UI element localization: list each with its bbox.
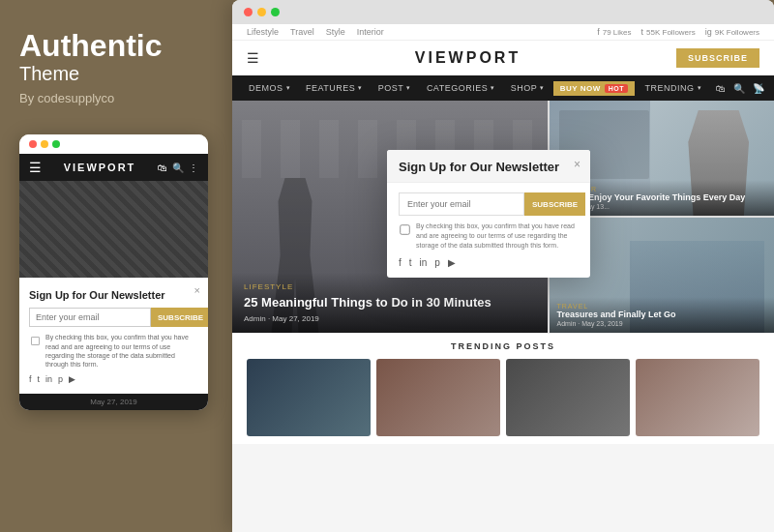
nav-item-post[interactable]: POST ▾ [372, 75, 418, 101]
featured-main-meta: Admin · May 27, 2019 [244, 314, 536, 323]
trending-grid [247, 359, 759, 436]
site-topbar: Lifestyle Travel Style Interior f 79 Lik… [232, 24, 774, 41]
mobile-facebook-icon[interactable]: f [29, 374, 32, 384]
mobile-dot-yellow [41, 140, 48, 148]
featured-bottom-right-category: Travel [557, 303, 767, 310]
mobile-subscribe-button[interactable]: SUBSCRIBE [151, 308, 208, 327]
mobile-social-links: f t in p ▶ [29, 374, 198, 384]
desktop-subscribe-button[interactable]: SUBSCRIBE [676, 48, 759, 68]
popup-body: SUBSCRIBE By checking this box, you conf… [387, 183, 590, 278]
topbar-link-travel[interactable]: Travel [290, 27, 314, 37]
instagram-count: ig 9K Followers [705, 27, 759, 37]
features-chevron-icon: ▾ [358, 84, 363, 92]
mobile-bottom-bar: May 27, 2019 [19, 394, 208, 410]
trending-item-1[interactable] [247, 359, 371, 436]
popup-terms-checkbox[interactable] [400, 224, 409, 234]
categories-chevron-icon: ▾ [491, 84, 495, 92]
featured-main-overlay: Lifestyle 25 Meaningful Things to Do in … [232, 273, 548, 333]
popup-header: × Sign Up for Our Newsletter [387, 150, 590, 183]
topbar-links: Lifestyle Travel Style Interior [247, 27, 384, 37]
mobile-terms-checkbox[interactable] [31, 337, 40, 345]
mobile-logo: VIEWPORT [64, 162, 136, 173]
mobile-dot-red [29, 140, 37, 148]
featured-main-category: Lifestyle [244, 282, 536, 291]
twitter-count: t 55K Followers [641, 27, 696, 37]
mobile-nav: ☰ VIEWPORT 🛍 🔍 ⋮ [19, 154, 208, 181]
popup-form-row: SUBSCRIBE [399, 192, 579, 216]
demos-chevron-icon: ▾ [286, 84, 291, 92]
facebook-count: f 79 Likes [597, 27, 631, 37]
popup-title: Sign Up for Our Newsletter [399, 160, 579, 174]
mobile-twitter-icon[interactable]: t [38, 374, 41, 384]
trending-img-4 [636, 359, 759, 436]
trending-img-1 [247, 359, 371, 436]
trending-img-3 [506, 359, 630, 436]
popup-email-input[interactable] [399, 192, 524, 216]
social-counts: f 79 Likes t 55K Followers ig 9K Followe… [597, 27, 759, 37]
mobile-hamburger-icon[interactable]: ☰ [29, 160, 42, 175]
nav-item-shop[interactable]: SHOP ▾ [504, 75, 551, 101]
mobile-terms-text: By checking this box, you confirm that y… [45, 333, 198, 368]
topbar-link-lifestyle[interactable]: Lifestyle [247, 27, 279, 37]
trending-img-2 [376, 359, 500, 436]
mobile-newsletter-popup: × Sign Up for Our Newsletter SUBSCRIBE B… [19, 278, 208, 394]
mobile-newsletter-form: SUBSCRIBE [29, 308, 198, 327]
nav-right: TRENDING ▾ 🛍 🔍 📡 [639, 75, 765, 101]
buy-now-label: BUY NOW [560, 84, 601, 93]
desktop-chrome [232, 0, 774, 24]
popup-close-icon[interactable]: × [574, 158, 580, 171]
featured-bottom-right-title[interactable]: Treasures and Finally Let Go [557, 310, 767, 320]
mobile-pinterest-icon[interactable]: p [58, 374, 63, 384]
topbar-link-interior[interactable]: Interior [357, 27, 384, 37]
facebook-icon: f [597, 27, 600, 37]
twitter-icon: t [641, 27, 644, 37]
nav-item-features[interactable]: FEATURES ▾ [299, 75, 370, 101]
featured-bottom-right-meta: Admin · May 23, 2019 [557, 320, 767, 327]
popup-social-links: f t in p ▶ [399, 257, 579, 268]
nav-left: DEMOS ▾ FEATURES ▾ POST ▾ CATEGORIES ▾ S… [242, 75, 635, 101]
instagram-icon: ig [705, 27, 712, 37]
trending-item-2[interactable] [376, 359, 500, 436]
nav-bag-icon[interactable]: 🛍 [716, 83, 726, 94]
brand-subtitle: Theme [19, 63, 213, 85]
popup-twitter-icon[interactable]: t [409, 257, 412, 268]
mobile-date: May 27, 2019 [90, 398, 136, 406]
left-panel: Authentic Theme By codesupplyco ☰ VIEWPO… [0, 0, 232, 532]
desktop-logo: VIEWPORT [415, 49, 521, 67]
desktop-newsletter-popup: × Sign Up for Our Newsletter SUBSCRIBE B… [387, 150, 590, 278]
nav-trending[interactable]: TRENDING ▾ [639, 75, 709, 101]
popup-youtube-icon[interactable]: ▶ [448, 257, 456, 268]
mobile-bag-icon: 🛍 [158, 163, 167, 173]
desktop-dot-yellow [257, 8, 266, 16]
popup-subscribe-button[interactable]: SUBSCRIBE [524, 192, 585, 216]
hot-badge: HOT [605, 84, 628, 93]
featured-bottom-right-overlay: Travel Treasures and Finally Let Go Admi… [550, 297, 775, 333]
nav-search-icon[interactable]: 🔍 [733, 83, 745, 94]
nav-rss-icon[interactable]: 📡 [753, 83, 764, 94]
nav-item-demos[interactable]: DEMOS ▾ [242, 75, 297, 101]
mobile-youtube-icon[interactable]: ▶ [69, 374, 75, 384]
featured-main-title[interactable]: 25 Meaningful Things to Do in 30 Minutes [244, 295, 536, 311]
desktop-hamburger-icon[interactable]: ☰ [247, 50, 259, 66]
trending-item-3[interactable] [506, 359, 630, 436]
desktop-mockup: Lifestyle Travel Style Interior f 79 Lik… [232, 0, 774, 532]
mobile-instagram-icon[interactable]: in [45, 374, 52, 384]
nav-item-categories[interactable]: CATEGORIES ▾ [420, 75, 502, 101]
trending-item-4[interactable] [636, 359, 759, 436]
mobile-close-icon[interactable]: × [194, 284, 200, 296]
mobile-search-icon[interactable]: 🔍 [172, 163, 184, 173]
brand-by: By codesupplyco [19, 91, 213, 105]
site-header: ☰ VIEWPORT SUBSCRIBE [232, 41, 774, 75]
mobile-email-input[interactable] [29, 308, 151, 327]
mobile-newsletter-title: Sign Up for Our Newsletter [29, 288, 198, 302]
popup-instagram-icon[interactable]: in [420, 257, 428, 268]
nav-buy-now-button[interactable]: BUY NOW HOT [553, 81, 635, 96]
topbar-link-style[interactable]: Style [326, 27, 345, 37]
mobile-menu-icon[interactable]: ⋮ [189, 163, 198, 173]
facebook-count-text: 79 Likes [603, 28, 632, 37]
popup-pinterest-icon[interactable]: p [434, 257, 440, 268]
trending-posts-title: TRENDING POSTS [247, 341, 759, 351]
twitter-count-text: 55K Followers [646, 28, 696, 37]
desktop-dot-red [244, 8, 253, 16]
popup-facebook-icon[interactable]: f [399, 257, 402, 268]
